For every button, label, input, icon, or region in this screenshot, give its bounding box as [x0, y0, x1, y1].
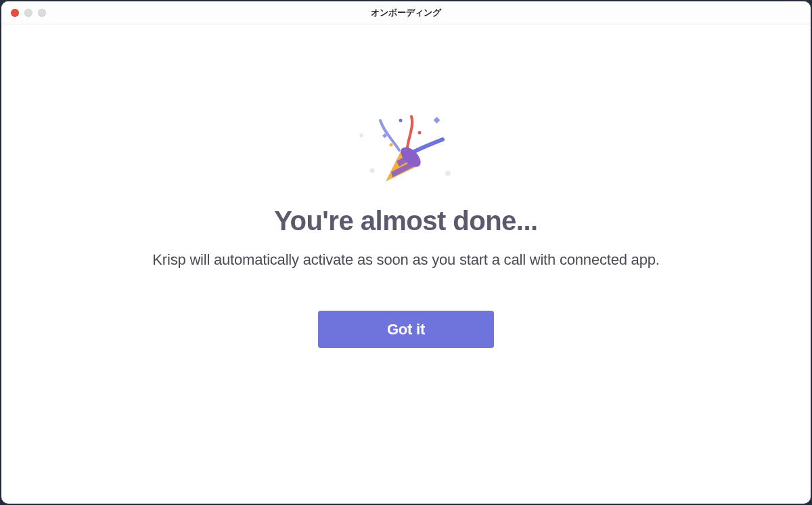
svg-point-2 [445, 171, 451, 176]
maximize-icon[interactable] [38, 9, 46, 17]
svg-point-7 [390, 144, 393, 147]
titlebar[interactable]: オンボーディング [1, 1, 811, 24]
onboarding-subtext: Krisp will automatically activate as soo… [152, 251, 659, 269]
app-window: オンボーディング [1, 1, 811, 504]
window-controls [11, 9, 46, 17]
window-title: オンボーディング [1, 7, 811, 19]
svg-point-6 [418, 131, 422, 135]
party-popper-icon [352, 112, 460, 187]
onboarding-heading: You're almost done... [274, 206, 537, 236]
onboarding-content: You're almost done... Krisp will automat… [1, 24, 811, 504]
close-icon[interactable] [11, 9, 19, 17]
svg-point-5 [399, 119, 403, 123]
svg-point-1 [370, 169, 375, 173]
svg-rect-3 [434, 117, 441, 124]
svg-point-0 [359, 133, 363, 137]
minimize-icon[interactable] [24, 9, 32, 17]
got-it-button[interactable]: Got it [318, 311, 494, 348]
